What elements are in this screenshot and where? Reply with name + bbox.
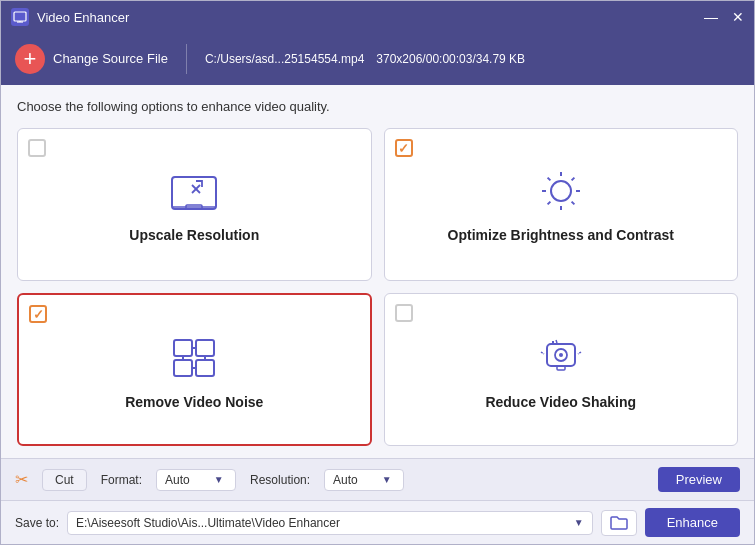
- noise-label: Remove Video Noise: [125, 394, 263, 410]
- save-path-text: E:\Aiseesoft Studio\Ais...Ultimate\Video…: [76, 516, 574, 530]
- svg-line-16: [547, 201, 550, 204]
- app-icon: [11, 8, 29, 26]
- save-bar: Save to: E:\Aiseesoft Studio\Ais...Ultim…: [1, 500, 754, 544]
- svg-rect-28: [557, 366, 565, 370]
- upscale-label: Upscale Resolution: [129, 227, 259, 243]
- folder-button[interactable]: [601, 510, 637, 536]
- checkbox-shaking[interactable]: [395, 304, 413, 322]
- option-upscale-resolution[interactable]: Upscale Resolution: [17, 128, 372, 281]
- brightness-label: Optimize Brightness and Contrast: [448, 227, 674, 243]
- toolbar-divider: [186, 44, 187, 74]
- upscale-icon: [164, 169, 224, 217]
- scissors-icon: ✂: [15, 470, 28, 489]
- change-source-button[interactable]: + Change Source File: [15, 44, 168, 74]
- resolution-dropdown[interactable]: Auto ▼: [324, 469, 404, 491]
- brightness-icon: [531, 169, 591, 217]
- shaking-label: Reduce Video Shaking: [485, 394, 636, 410]
- file-path: C:/Users/asd...25154554.mp4: [205, 52, 364, 66]
- option-brightness-contrast[interactable]: Optimize Brightness and Contrast: [384, 128, 739, 281]
- change-source-label: Change Source File: [53, 51, 168, 68]
- noise-icon: [164, 332, 224, 384]
- format-dropdown[interactable]: Auto ▼: [156, 469, 236, 491]
- svg-line-15: [571, 177, 574, 180]
- svg-line-32: [578, 352, 581, 354]
- close-button[interactable]: ✕: [732, 10, 744, 24]
- save-to-label: Save to:: [15, 516, 59, 530]
- option-reduce-shaking[interactable]: Reduce Video Shaking: [384, 293, 739, 446]
- save-path-arrow: ▼: [574, 517, 584, 528]
- file-meta: 370x206/00:00:03/34.79 KB: [376, 52, 525, 66]
- resolution-dropdown-arrow: ▼: [382, 474, 392, 485]
- window-controls: — ✕: [704, 10, 744, 24]
- format-label: Format:: [101, 473, 142, 487]
- bottom-toolbar: ✂ Cut Format: Auto ▼ Resolution: Auto ▼ …: [1, 458, 754, 500]
- file-info: C:/Users/asd...25154554.mp4 370x206/00:0…: [205, 52, 525, 66]
- cut-button[interactable]: Cut: [42, 469, 87, 491]
- toolbar: + Change Source File C:/Users/asd...2515…: [1, 33, 754, 85]
- save-path-field[interactable]: E:\Aiseesoft Studio\Ais...Ultimate\Video…: [67, 511, 593, 535]
- svg-point-8: [551, 181, 571, 201]
- shaking-icon: [531, 332, 591, 384]
- svg-rect-3: [172, 177, 216, 209]
- window-title: Video Enhancer: [37, 10, 704, 25]
- svg-line-14: [571, 201, 574, 204]
- resolution-value: Auto: [333, 473, 358, 487]
- format-dropdown-arrow: ▼: [214, 474, 224, 485]
- options-grid: Upscale Resolution: [17, 128, 738, 446]
- svg-rect-20: [196, 360, 214, 376]
- resolution-label: Resolution:: [250, 473, 310, 487]
- preview-button[interactable]: Preview: [658, 467, 740, 492]
- main-window: Video Enhancer — ✕ + Change Source File …: [0, 0, 755, 545]
- svg-rect-17: [174, 340, 192, 356]
- instructions-text: Choose the following options to enhance …: [17, 99, 738, 114]
- svg-rect-18: [196, 340, 214, 356]
- svg-point-27: [559, 353, 563, 357]
- svg-line-13: [547, 177, 550, 180]
- plus-icon: +: [15, 44, 45, 74]
- svg-rect-19: [174, 360, 192, 376]
- svg-rect-0: [14, 12, 26, 21]
- minimize-button[interactable]: —: [704, 10, 718, 24]
- option-remove-noise[interactable]: Remove Video Noise: [17, 293, 372, 446]
- checkbox-upscale[interactable]: [28, 139, 46, 157]
- svg-line-31: [541, 352, 544, 354]
- checkbox-noise[interactable]: [29, 305, 47, 323]
- svg-line-30: [556, 340, 557, 343]
- format-value: Auto: [165, 473, 190, 487]
- content-area: Choose the following options to enhance …: [1, 85, 754, 446]
- titlebar: Video Enhancer — ✕: [1, 1, 754, 33]
- enhance-button[interactable]: Enhance: [645, 508, 740, 537]
- checkbox-brightness[interactable]: [395, 139, 413, 157]
